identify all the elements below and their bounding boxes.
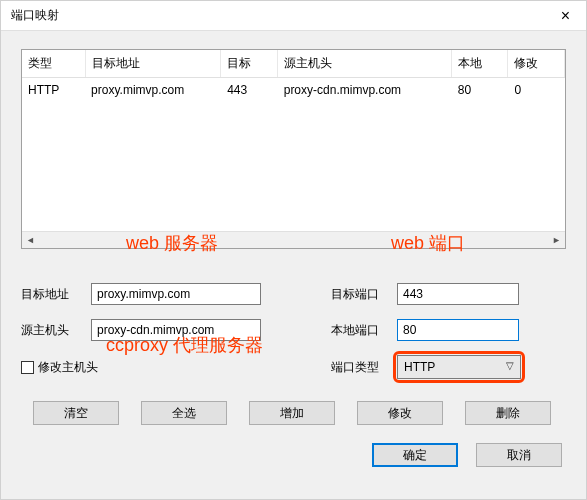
combo-port-type-value: HTTP (404, 360, 435, 374)
titlebar: 端口映射 × (1, 1, 586, 31)
input-target-port[interactable] (397, 283, 519, 305)
label-src-host: 源主机头 (21, 322, 79, 339)
input-target-addr[interactable] (91, 283, 261, 305)
scroll-left-icon[interactable]: ◄ (22, 232, 39, 248)
scroll-track[interactable] (39, 232, 548, 248)
clear-button[interactable]: 清空 (33, 401, 119, 425)
cell-modify: 0 (508, 78, 565, 102)
add-button[interactable]: 增加 (249, 401, 335, 425)
delete-button[interactable]: 删除 (465, 401, 551, 425)
scroll-right-icon[interactable]: ► (548, 232, 565, 248)
label-local-port: 本地端口 (331, 322, 385, 339)
cell-target-addr: proxy.mimvp.com (85, 78, 221, 102)
chevron-down-icon: ▽ (506, 360, 514, 371)
label-target-addr: 目标地址 (21, 286, 79, 303)
checkbox-box-icon (21, 361, 34, 374)
cancel-button[interactable]: 取消 (476, 443, 562, 467)
col-target[interactable]: 目标 (221, 50, 278, 78)
ok-button[interactable]: 确定 (372, 443, 458, 467)
table-body[interactable]: HTTP proxy.mimvp.com 443 proxy-cdn.mimvp… (22, 78, 565, 231)
label-port-type: 端口类型 (331, 359, 385, 376)
cell-local: 80 (452, 78, 509, 102)
col-type[interactable]: 类型 (22, 50, 85, 78)
cell-type: HTTP (22, 78, 85, 102)
content-area: 类型 目标地址 目标 源主机头 本地 修改 (1, 31, 586, 477)
cell-src-host: proxy-cdn.mimvp.com (278, 78, 452, 102)
mapping-table: 类型 目标地址 目标 源主机头 本地 修改 (21, 49, 566, 249)
dialog-window: 端口映射 × 类型 目标地址 目标 源主机头 本地 修改 (0, 0, 587, 500)
label-modify-host: 修改主机头 (38, 359, 98, 376)
combo-port-type[interactable]: HTTP ▽ (397, 355, 521, 379)
window-title: 端口映射 (11, 7, 59, 24)
col-local[interactable]: 本地 (451, 50, 508, 78)
label-target-port: 目标端口 (331, 286, 385, 303)
table-header: 类型 目标地址 目标 源主机头 本地 修改 (22, 50, 565, 78)
input-src-host[interactable] (91, 319, 261, 341)
table-row[interactable]: HTTP proxy.mimvp.com 443 proxy-cdn.mimvp… (22, 78, 565, 102)
checkbox-modify-host[interactable]: 修改主机头 (21, 359, 98, 376)
edit-button[interactable]: 修改 (357, 401, 443, 425)
input-local-port[interactable] (397, 319, 519, 341)
horizontal-scrollbar[interactable]: ◄ ► (22, 231, 565, 248)
col-modify[interactable]: 修改 (508, 50, 565, 78)
col-target-addr[interactable]: 目标地址 (85, 50, 221, 78)
cell-target: 443 (221, 78, 278, 102)
select-all-button[interactable]: 全选 (141, 401, 227, 425)
close-icon[interactable]: × (555, 7, 576, 25)
action-button-row: 清空 全选 增加 修改 删除 (21, 401, 566, 425)
dialog-button-row: 确定 取消 (21, 443, 566, 467)
col-src-host[interactable]: 源主机头 (277, 50, 451, 78)
